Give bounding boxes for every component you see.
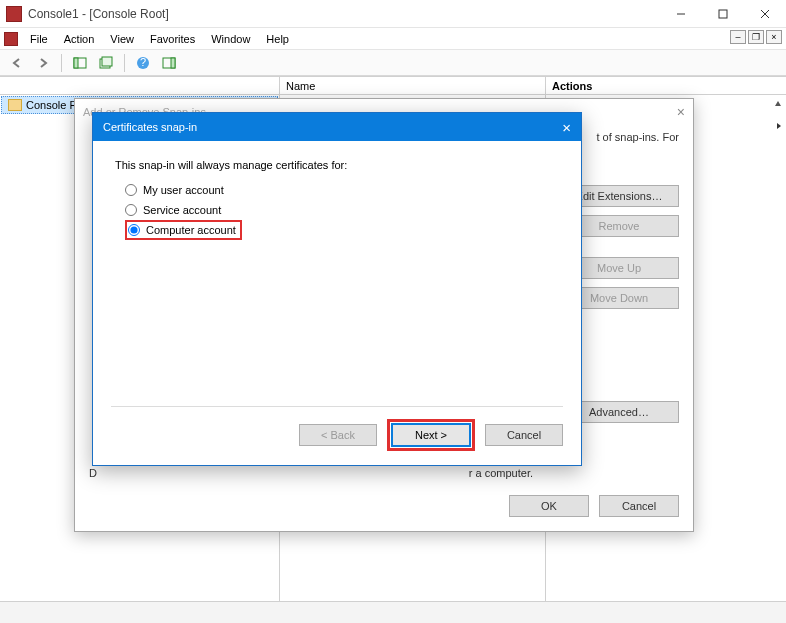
radio-computer-account-row: Computer account (125, 221, 559, 239)
menu-view[interactable]: View (102, 31, 142, 47)
description-area: D r a computer. (89, 467, 533, 479)
expand-arrow-icon[interactable] (772, 119, 786, 133)
main-titlebar: Console1 - [Console Root] (0, 0, 786, 28)
radio-label-computer: Computer account (146, 224, 236, 236)
window-controls (660, 1, 786, 27)
tree-header (0, 77, 279, 95)
wizard-footer: < Back Next > Cancel (299, 419, 563, 451)
menubar: File Action View Favorites Window Help –… (0, 28, 786, 50)
mmc-icon (6, 6, 22, 22)
mdi-restore-button[interactable]: ❐ (748, 30, 764, 44)
back-button: < Back (299, 424, 377, 446)
description-fragment: r a computer. (469, 467, 533, 479)
menu-favorites[interactable]: Favorites (142, 31, 203, 47)
window-title: Console1 - [Console Root] (28, 7, 660, 21)
radio-my-user-account[interactable]: My user account (125, 181, 559, 199)
forward-button[interactable] (32, 53, 54, 73)
wizard-titlebar[interactable]: Certificates snap-in × (93, 113, 581, 141)
wizard-title: Certificates snap-in (103, 121, 197, 133)
close-button[interactable] (744, 1, 786, 27)
svg-rect-7 (102, 57, 112, 66)
column-header-name[interactable]: Name (280, 77, 545, 95)
dialog-footer: OK Cancel (509, 495, 679, 517)
toolbar-separator (124, 54, 125, 72)
mdi-close-button[interactable]: × (766, 30, 782, 44)
radio-input-service[interactable] (125, 204, 137, 216)
folder-icon (8, 99, 22, 111)
help-button[interactable]: ? (132, 53, 154, 73)
minimize-button[interactable] (660, 1, 702, 27)
radio-input-computer[interactable] (128, 224, 140, 236)
menu-window[interactable]: Window (203, 31, 258, 47)
menu-help[interactable]: Help (258, 31, 297, 47)
description-prefix: D (89, 467, 97, 479)
svg-rect-11 (171, 58, 175, 68)
radio-input-user[interactable] (125, 184, 137, 196)
svg-rect-5 (74, 58, 78, 68)
next-button[interactable]: Next > (392, 424, 470, 446)
wizard-close-button[interactable]: × (562, 119, 571, 136)
radio-service-account[interactable]: Service account (125, 201, 559, 219)
highlight-box: Computer account (125, 220, 242, 240)
radio-label-service: Service account (143, 204, 221, 216)
svg-text:?: ? (140, 56, 146, 68)
mdi-minimize-button[interactable]: – (730, 30, 746, 44)
toolbar: ? (0, 50, 786, 76)
certificates-snapin-wizard: Certificates snap-in × This snap-in will… (92, 112, 582, 466)
new-window-button[interactable] (95, 53, 117, 73)
show-hide-tree-button[interactable] (69, 53, 91, 73)
next-highlight-box: Next > (387, 419, 475, 451)
wizard-body: This snap-in will always manage certific… (93, 141, 581, 259)
toolbar-separator (61, 54, 62, 72)
mdi-window-controls: – ❐ × (730, 30, 782, 44)
dialog-close-button[interactable]: × (677, 104, 685, 120)
scroll-up-button[interactable] (770, 95, 786, 113)
menu-action[interactable]: Action (56, 31, 103, 47)
actions-header: Actions (546, 77, 786, 95)
statusbar (0, 601, 786, 623)
wizard-separator (111, 406, 563, 407)
cancel-button[interactable]: Cancel (599, 495, 679, 517)
back-button[interactable] (6, 53, 28, 73)
wizard-prompt: This snap-in will always manage certific… (115, 159, 559, 171)
mdi-icon (4, 32, 18, 46)
radio-label-user: My user account (143, 184, 224, 196)
show-hide-action-pane-button[interactable] (158, 53, 180, 73)
wizard-cancel-button[interactable]: Cancel (485, 424, 563, 446)
svg-rect-1 (719, 10, 727, 18)
ok-button[interactable]: OK (509, 495, 589, 517)
menu-file[interactable]: File (22, 31, 56, 47)
maximize-button[interactable] (702, 1, 744, 27)
